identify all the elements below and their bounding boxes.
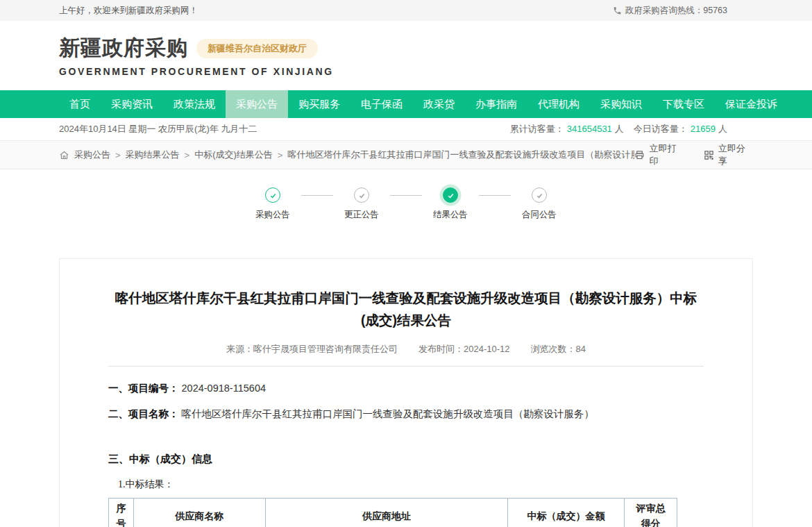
table-header-row: 序号 供应商名称 供应商地址 中标（成交）金额 评审总得分 [109, 499, 677, 527]
nav-item-policy[interactable]: 政策法规 [163, 90, 226, 118]
nav-item-purchase-services[interactable]: 购买服务 [288, 90, 350, 118]
site-logo[interactable]: 新疆政府采购 新疆维吾尔自治区财政厅 GOVERNMENT PROCUREMEN… [59, 34, 334, 77]
nav-item-downloads[interactable]: 下载专区 [652, 90, 715, 118]
page-actions: 立即打印 立即分享 [634, 142, 753, 167]
bid-result-table: 序号 供应商名称 供应商地址 中标（成交）金额 评审总得分 1 永忠工程管理（集… [108, 498, 677, 527]
check-circle-icon [532, 187, 547, 203]
announcement-title: 喀什地区塔什库尔干县红其拉甫口岸国门一线查验及配套设施升级改造项目（勘察设计服务… [108, 287, 704, 331]
check-circle-icon [354, 187, 369, 203]
step-contract-announcement[interactable]: 合同公告 [517, 187, 561, 221]
step-result-announcement[interactable]: 结果公告 [428, 187, 473, 221]
visitor-stats: 累计访客量：341654531人 今日访客量：21659人 [510, 123, 727, 135]
project-name-value: 喀什地区塔什库尔干县红其拉甫口岸国门一线查验及配套设施升级改造项目（勘察设计服务… [182, 408, 595, 419]
nav-item-gov-loan[interactable]: 政采贷 [413, 90, 465, 118]
breadcrumb-item-result-announcements[interactable]: 采购结果公告 [126, 149, 180, 161]
header-review-score: 评审总得分 [625, 499, 677, 527]
welcome-text: 上午好，欢迎来到新疆政府采购网！ [59, 5, 198, 17]
today-visitors-label: 今日访客量： [634, 124, 688, 134]
main-nav: 首页 采购资讯 政策法规 采购公告 购买服务 电子保函 政采贷 办事指南 代理机… [0, 90, 812, 118]
project-name-label: 二、项目名称： [108, 408, 179, 419]
print-button[interactable]: 立即打印 [634, 142, 684, 167]
step-procurement-announcement[interactable]: 采购公告 [251, 187, 295, 221]
phone-icon [613, 6, 622, 15]
step-label: 采购公告 [255, 209, 290, 221]
project-name-row: 二、项目名称： 喀什地区塔什库尔干县红其拉甫口岸国门一线查验及配套设施升级改造项… [108, 407, 704, 422]
announcement-card: 喀什地区塔什库尔干县红其拉甫口岸国门一线查验及配套设施升级改造项目（勘察设计服务… [59, 258, 753, 527]
announcement-progress-steps: 采购公告 更正公告 结果公告 合同公告 [0, 187, 812, 221]
breadcrumb-item-award-results[interactable]: 中标(成交)结果公告 [194, 149, 273, 161]
nav-item-guide[interactable]: 办事指南 [465, 90, 527, 118]
breadcrumb-separator: > [278, 150, 283, 160]
nav-item-deposit-complaint[interactable]: 保证金投诉 [715, 90, 788, 118]
meta-divider [108, 366, 704, 367]
breadcrumb: 采购公告 > 采购结果公告 > 中标(成交)结果公告 > 喀什地区塔什库尔干县红… [59, 149, 634, 161]
top-utility-bar: 上午好，欢迎来到新疆政府采购网！ 政府采购咨询热线：95763 [0, 0, 812, 21]
breadcrumb-current-page: 喀什地区塔什库尔干县红其拉甫口岸国门一线查验及配套设施升级改造项目（勘察设计服务… [287, 149, 634, 161]
hotline-text: 政府采购咨询热线：95763 [625, 5, 727, 17]
step-connector [301, 195, 333, 196]
publish-time-text: 发布时间：2024-10-12 [418, 343, 510, 355]
total-visitors: 累计访客量：341654531人 [510, 123, 624, 135]
print-button-label: 立即打印 [649, 142, 684, 167]
header-award-amount: 中标（成交）金额 [508, 499, 625, 527]
nav-item-home[interactable]: 首页 [59, 90, 101, 118]
project-number-label: 一、项目编号： [108, 383, 179, 394]
announcement-meta: 来源：喀什宇晟项目管理咨询有限责任公司 发布时间：2024-10-12 浏览次数… [108, 343, 704, 355]
breadcrumb-separator: > [115, 150, 121, 160]
home-icon[interactable] [59, 150, 69, 160]
share-button-label: 立即分享 [718, 142, 753, 167]
nav-item-knowledge[interactable]: 采购知识 [590, 90, 652, 118]
nav-item-agencies[interactable]: 代理机构 [527, 90, 590, 118]
total-visitors-label: 累计访客量： [510, 124, 564, 134]
step-label: 结果公告 [433, 209, 468, 221]
step-connector [479, 195, 511, 196]
breadcrumb-bar: 采购公告 > 采购结果公告 > 中标(成交)结果公告 > 喀什地区塔什库尔干县红… [0, 140, 812, 169]
step-label: 更正公告 [344, 209, 379, 221]
total-visitors-value: 341654531 [567, 124, 612, 134]
site-name: 新疆政府采购 [59, 34, 188, 62]
check-circle-icon [265, 187, 280, 203]
view-count-text: 浏览次数：84 [531, 343, 586, 355]
header-supplier-name: 供应商名称 [133, 499, 265, 527]
authority-badge: 新疆维吾尔自治区财政厅 [196, 39, 318, 58]
step-label: 合同公告 [522, 209, 557, 221]
header-supplier-address: 供应商地址 [265, 499, 507, 527]
qr-code-icon [704, 150, 714, 160]
nav-item-e-guarantee[interactable]: 电子保函 [350, 90, 413, 118]
today-visitors: 今日访客量：21659人 [634, 123, 727, 135]
site-header: 新疆政府采购 新疆维吾尔自治区财政厅 GOVERNMENT PROCUREMEN… [0, 21, 812, 90]
project-number-value: 2024-0918-115604 [182, 383, 266, 394]
award-info-heading: 三、中标（成交）信息 [108, 451, 704, 467]
today-visitors-value: 21659 [691, 124, 716, 134]
info-bar: 2024年10月14日 星期一 农历甲辰(龙)年 九月十二 累计访客量：3416… [0, 118, 812, 140]
check-circle-icon [443, 187, 458, 203]
nav-item-announcements[interactable]: 采购公告 [226, 90, 288, 118]
project-number-row: 一、项目编号： 2024-0918-115604 [108, 381, 704, 396]
printer-icon [634, 150, 645, 160]
site-name-en: GOVERNMENT PROCUREMENT OF XINJIANG [59, 66, 334, 77]
share-button[interactable]: 立即分享 [704, 142, 753, 167]
header-serial-number: 序号 [109, 499, 134, 527]
step-connector [390, 195, 422, 196]
total-visitors-unit: 人 [615, 124, 624, 134]
award-result-subheading: 1.中标结果： [118, 478, 704, 491]
step-correction-announcement[interactable]: 更正公告 [339, 187, 384, 221]
source-text: 来源：喀什宇晟项目管理咨询有限责任公司 [226, 343, 398, 355]
today-visitors-unit: 人 [718, 124, 727, 134]
breadcrumb-item-announcements[interactable]: 采购公告 [74, 149, 110, 161]
hotline: 政府采购咨询热线：95763 [613, 5, 727, 17]
nav-item-procurement-news[interactable]: 采购资讯 [101, 90, 163, 118]
breadcrumb-separator: > [185, 150, 190, 160]
date-text: 2024年10月14日 星期一 农历甲辰(龙)年 九月十二 [59, 123, 257, 135]
